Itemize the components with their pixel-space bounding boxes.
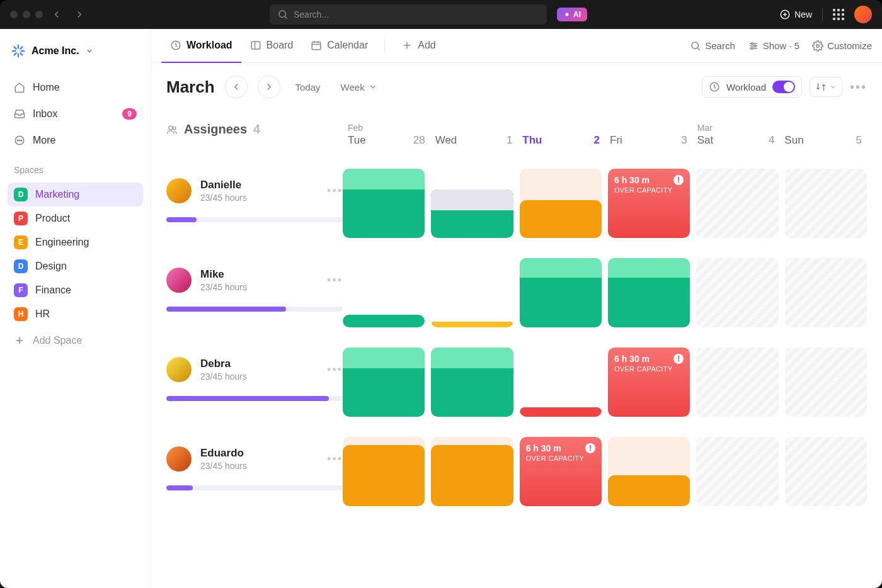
add-view-button[interactable]: Add	[392, 29, 444, 63]
workload-cell[interactable]	[431, 258, 513, 327]
workload-fill-top	[343, 348, 425, 368]
workload-cell[interactable]	[431, 348, 513, 417]
avatar[interactable]	[166, 268, 192, 293]
back-button[interactable]	[48, 6, 66, 23]
assignees-count: 4	[253, 122, 260, 137]
new-button[interactable]: New	[779, 9, 812, 20]
avatar[interactable]	[166, 357, 192, 382]
apps-grid-icon[interactable]	[833, 9, 844, 20]
space-icon: F	[14, 283, 28, 297]
workload-cell[interactable]: 6 h 30 mOVER CAPACITY!	[608, 348, 690, 417]
assignee-more-button[interactable]: •••	[327, 274, 343, 287]
show-button[interactable]: Show · 5	[748, 40, 799, 52]
plus-icon	[401, 40, 413, 51]
space-item-hr[interactable]: HHR	[8, 302, 143, 326]
max-dot[interactable]	[35, 11, 43, 18]
workload-cell[interactable]	[431, 169, 513, 238]
workload-cell[interactable]	[520, 348, 602, 417]
workload-icon	[170, 40, 181, 51]
progress-bar	[166, 217, 343, 222]
space-item-engineering[interactable]: EEngineering	[8, 230, 143, 254]
view-tabs: WorkloadBoardCalendar Add Search Show · …	[151, 29, 882, 63]
workload-cell[interactable]	[431, 437, 513, 506]
assignees-heading-label: Assignees	[184, 122, 247, 137]
workload-cell[interactable]	[785, 258, 867, 327]
workload-toggle[interactable]	[772, 81, 795, 93]
workload-cell[interactable]	[520, 169, 602, 238]
nav-more[interactable]: More	[8, 128, 143, 152]
space-label: HR	[35, 308, 50, 320]
tab-label: Board	[266, 40, 294, 51]
workload-cell[interactable]	[343, 258, 425, 327]
workspace-switcher[interactable]: Acme Inc.	[8, 39, 143, 63]
day-num: 5	[856, 134, 862, 147]
assignee-more-button[interactable]: •••	[327, 363, 343, 376]
sparkle-icon	[563, 11, 571, 18]
sort-button[interactable]	[810, 77, 842, 97]
assignee-hours: 23/45 hours	[200, 371, 247, 382]
nav-home[interactable]: Home	[8, 76, 143, 99]
customize-button[interactable]: Customize	[812, 40, 872, 52]
workload-cell[interactable]	[785, 348, 867, 417]
workload-cell[interactable]	[785, 437, 867, 506]
workload-cell[interactable]	[520, 258, 602, 327]
space-icon: P	[14, 212, 28, 225]
range-select[interactable]: Week	[336, 82, 382, 93]
workload-cell[interactable]	[343, 437, 425, 506]
prev-button[interactable]	[225, 76, 248, 98]
tab-search-label: Search	[705, 40, 735, 51]
workload-cell[interactable]	[343, 348, 425, 417]
progress-bar	[166, 307, 343, 312]
divider	[384, 38, 385, 54]
next-button[interactable]	[258, 76, 280, 98]
month-label	[522, 123, 600, 134]
space-item-finance[interactable]: FFinance	[8, 278, 143, 302]
workload-cell[interactable]	[696, 258, 778, 327]
workload-row: 6 h 30 mOVER CAPACITY!	[343, 337, 867, 427]
workload-cell[interactable]	[785, 169, 867, 238]
tab-calendar[interactable]: Calendar	[302, 29, 377, 63]
workload-cell[interactable]	[608, 258, 690, 327]
workload-fill-top	[520, 258, 602, 278]
avatar[interactable]	[166, 446, 192, 472]
warning-icon: !	[585, 443, 595, 453]
space-item-design[interactable]: DDesign	[8, 254, 143, 278]
workload-cell[interactable]	[608, 437, 690, 506]
tab-search-button[interactable]: Search	[690, 40, 735, 52]
workload-fill	[520, 200, 602, 239]
tab-workload[interactable]: Workload	[161, 29, 241, 63]
workload-cell[interactable]	[696, 348, 778, 417]
over-label: OVER CAPACITY	[614, 186, 684, 194]
workload-fill-top	[431, 348, 513, 368]
tab-board[interactable]: Board	[241, 29, 302, 63]
svg-line-10	[14, 47, 16, 49]
add-space-button[interactable]: Add Space	[8, 329, 143, 353]
assignees-heading: Assignees 4	[166, 111, 343, 155]
more-actions-button[interactable]: •••	[850, 80, 867, 94]
add-view-label: Add	[418, 40, 435, 51]
ai-button[interactable]: AI	[557, 8, 587, 21]
svg-line-1	[285, 16, 287, 18]
avatar[interactable]	[166, 178, 192, 203]
close-dot[interactable]	[10, 11, 18, 18]
workload-cell[interactable]: 6 h 30 mOVER CAPACITY!	[608, 169, 690, 238]
forward-button[interactable]	[71, 6, 88, 23]
svg-point-37	[816, 44, 820, 47]
user-avatar[interactable]	[854, 6, 872, 23]
nav-more-label: More	[33, 135, 55, 146]
svg-line-11	[20, 53, 22, 55]
global-search[interactable]: Search...	[270, 4, 547, 25]
workload-cell[interactable]	[343, 169, 425, 238]
today-button[interactable]: Today	[290, 82, 326, 93]
space-item-marketing[interactable]: DMarketing	[8, 183, 143, 206]
workload-cell[interactable]	[696, 169, 778, 238]
nav-inbox[interactable]: Inbox 9	[8, 102, 143, 126]
workload-cell[interactable]	[696, 437, 778, 506]
space-item-product[interactable]: PProduct	[8, 206, 143, 230]
workload-fill	[431, 445, 513, 506]
min-dot[interactable]	[23, 11, 30, 18]
assignee-more-button[interactable]: •••	[327, 184, 343, 198]
workload-cell[interactable]: 6 h 30 mOVER CAPACITY!	[520, 437, 602, 506]
assignee-more-button[interactable]: •••	[327, 453, 343, 466]
day-num: 28	[413, 134, 425, 147]
